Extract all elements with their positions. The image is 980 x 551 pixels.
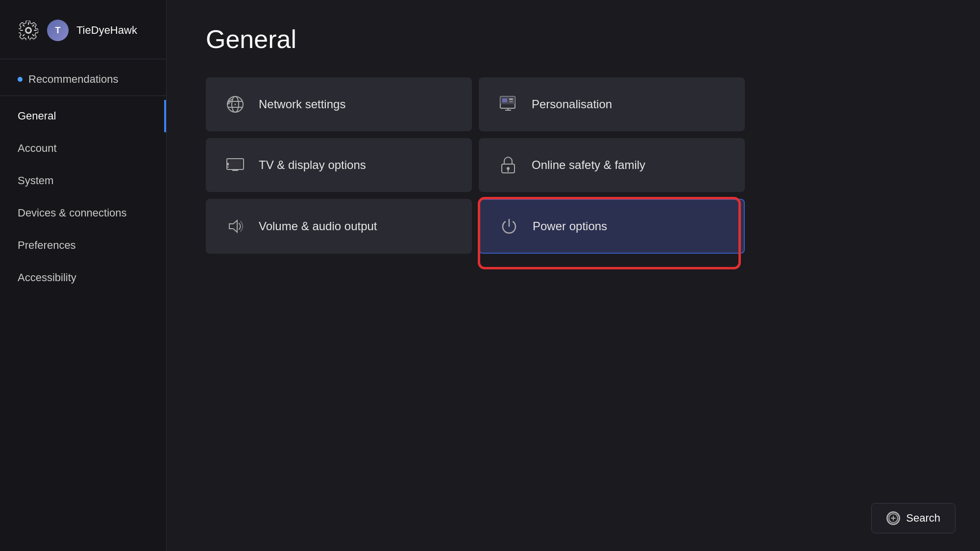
card-label: TV & display options <box>259 158 366 172</box>
card-volume[interactable]: Volume & audio output <box>206 199 472 254</box>
sidebar-item-label: Accessibility <box>18 271 76 284</box>
search-button[interactable]: Search <box>871 503 956 533</box>
card-online-safety[interactable]: Online safety & family <box>479 138 745 192</box>
dot-icon <box>18 77 23 82</box>
page-title: General <box>206 24 941 54</box>
card-personalisation[interactable]: Personalisation <box>479 77 745 131</box>
svg-point-20 <box>507 167 510 170</box>
sidebar-item-accessibility[interactable]: Accessibility <box>0 262 166 294</box>
sidebar-item-account[interactable]: Account <box>0 132 166 165</box>
settings-grid: Network settings Personalisation <box>206 77 745 254</box>
gear-icon <box>18 20 39 41</box>
sidebar-divider <box>0 59 166 59</box>
main-content: General Network settings <box>167 0 980 551</box>
sidebar-item-label: General <box>18 110 56 122</box>
svg-rect-18 <box>229 160 241 168</box>
username-label: TieDyeHawk <box>76 24 137 37</box>
personalisation-icon <box>498 96 518 113</box>
sidebar-item-recommendations[interactable]: Recommendations <box>0 63 166 96</box>
sidebar-header: T TieDyeHawk <box>0 0 166 59</box>
card-tv-display[interactable]: TV & display options <box>206 138 472 192</box>
card-power[interactable]: Power options <box>479 199 745 254</box>
card-label: Personalisation <box>532 97 612 111</box>
settings-grid-wrapper: Network settings Personalisation <box>206 77 941 254</box>
svg-marker-22 <box>229 220 237 232</box>
svg-point-5 <box>235 104 236 105</box>
volume-icon <box>225 217 245 235</box>
sidebar-item-label: Account <box>18 142 57 154</box>
sidebar-item-devices[interactable]: Devices & connections <box>0 197 166 229</box>
sidebar-item-label: Recommendations <box>28 73 118 86</box>
network-icon <box>225 95 245 114</box>
search-button-label: Search <box>906 512 940 525</box>
power-icon <box>499 217 519 235</box>
sidebar-divider-2 <box>0 96 166 96</box>
sidebar-item-preferences[interactable]: Preferences <box>0 229 166 262</box>
card-label: Network settings <box>259 97 345 111</box>
svg-point-0 <box>26 28 31 33</box>
svg-rect-11 <box>509 98 513 100</box>
svg-rect-16 <box>227 163 229 166</box>
card-label: Online safety & family <box>532 158 645 172</box>
sidebar-item-label: Devices & connections <box>18 207 127 219</box>
avatar: T <box>47 20 69 41</box>
svg-rect-17 <box>227 167 229 168</box>
sidebar-item-label: Preferences <box>18 239 76 251</box>
lock-icon <box>498 156 518 174</box>
search-circle-icon <box>886 511 900 525</box>
sidebar: T TieDyeHawk Recommendations General Acc… <box>0 0 167 551</box>
svg-rect-10 <box>502 98 507 102</box>
sidebar-item-system[interactable]: System <box>0 165 166 197</box>
card-network[interactable]: Network settings <box>206 77 472 131</box>
card-label: Volume & audio output <box>259 219 377 233</box>
tv-icon <box>225 156 245 174</box>
sidebar-item-general[interactable]: General <box>0 100 166 132</box>
card-label: Power options <box>533 219 607 233</box>
sidebar-item-label: System <box>18 174 53 187</box>
svg-rect-12 <box>509 101 513 102</box>
